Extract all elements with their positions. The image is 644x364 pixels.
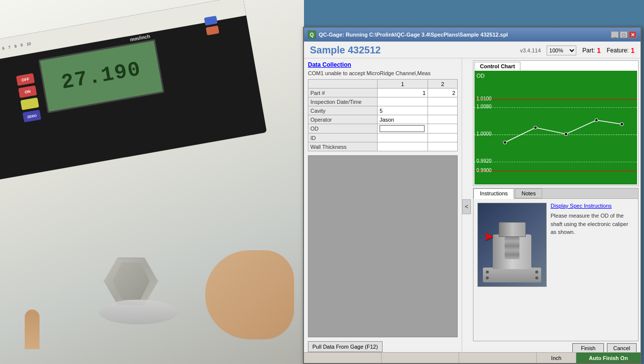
- operator-val1: Jason: [378, 115, 428, 124]
- red-arrow-icon: ➤: [484, 230, 493, 243]
- part-number: 1: [597, 46, 601, 54]
- cavity-val2: [428, 106, 458, 115]
- date-val2[interactable]: [428, 97, 458, 106]
- window-title: QC-Gage: Running C:\Prolink\QC-Gage 3.4\…: [319, 32, 508, 38]
- status-message: COM1 unable to accept MicroRidge Channel…: [308, 70, 458, 76]
- close-button[interactable]: ✕: [629, 31, 637, 38]
- operator-val2: [428, 115, 458, 124]
- chart-svg: [474, 71, 637, 184]
- control-chart-container: Control Chart OD 1.0100: [473, 60, 639, 186]
- date-val1[interactable]: [378, 97, 428, 106]
- status-seg3: [459, 353, 537, 363]
- title-bar: Q QC-Gage: Running C:\Prolink\QC-Gage 3.…: [304, 28, 641, 42]
- row-label: Part #: [308, 89, 378, 97]
- part-label: Part:: [582, 47, 595, 54]
- chart-area: OD 1.0100 1.0080 1.0000 0.9: [474, 71, 637, 184]
- unit-display: Inch: [537, 353, 576, 363]
- minimize-button[interactable]: _: [611, 31, 619, 38]
- wt-val1[interactable]: [378, 142, 428, 151]
- table-row: Part # 1 2: [308, 89, 458, 97]
- finish-button[interactable]: Finish: [572, 343, 603, 353]
- row-label: Wall Thickness: [308, 142, 378, 151]
- zoom-control: 100% 50% 75% 125% 150%: [547, 46, 576, 55]
- row-label: Inspection Date/Time: [308, 97, 378, 106]
- notes-tab[interactable]: Notes: [515, 188, 542, 198]
- status-seg1: [304, 353, 382, 363]
- svg-point-0: [504, 141, 507, 144]
- feature-number: 1: [631, 46, 635, 54]
- row-label: Operator: [308, 115, 378, 124]
- col1-header: 1: [378, 80, 428, 89]
- table-row: Operator Jason: [308, 115, 458, 124]
- part-num-val: 1: [378, 89, 428, 97]
- part-info: Part: 1: [582, 46, 601, 54]
- instruction-image: ➤: [477, 203, 547, 287]
- header-area: Sample 432512 v3.4.114 100% 50% 75% 125%…: [304, 42, 641, 58]
- main-window: Q QC-Gage: Running C:\Prolink\QC-Gage 3.…: [303, 27, 642, 364]
- version-text: v3.4.114: [520, 47, 541, 53]
- status-bar: Inch Auto Finish On: [304, 352, 641, 363]
- chart-tab-bar: Control Chart: [474, 62, 637, 71]
- svg-point-3: [595, 119, 598, 122]
- cavity-val1: 5: [378, 106, 428, 115]
- auto-finish-status: Auto Finish On: [576, 353, 641, 363]
- content-area: Data Collection COM1 unable to accept Mi…: [304, 58, 641, 355]
- maximize-button[interactable]: □: [620, 31, 628, 38]
- row-label: OD: [308, 124, 378, 134]
- part-num-val2: 2: [428, 89, 458, 97]
- od-val2[interactable]: [428, 124, 458, 134]
- id-val1[interactable]: [378, 134, 428, 142]
- instructions-tab[interactable]: Instructions: [473, 188, 514, 199]
- feature-info: Feature: 1: [607, 46, 635, 54]
- bottom-section: Instructions Notes: [473, 188, 639, 341]
- col-label-header: [308, 80, 378, 89]
- data-collection-header: Data Collection: [308, 61, 458, 68]
- od-input-cell[interactable]: [378, 124, 428, 134]
- data-table: 1 2 Part # 1 2 Inspection Date/Time: [308, 79, 458, 151]
- window-controls: _ □ ✕: [611, 31, 637, 38]
- od-input[interactable]: [380, 125, 425, 132]
- action-buttons: Finish Cancel: [473, 341, 639, 353]
- svg-point-2: [564, 133, 567, 136]
- table-row: ID: [308, 134, 458, 142]
- table-row: Inspection Date/Time: [308, 97, 458, 106]
- table-row: Cavity 5: [308, 106, 458, 115]
- control-chart-tab[interactable]: Control Chart: [474, 62, 520, 71]
- table-row: OD: [308, 124, 458, 134]
- display-spec-link[interactable]: Display Spec Instructions: [551, 203, 634, 209]
- instruction-text-area: Display Spec Instructions Please measure…: [551, 203, 634, 337]
- right-panel: Control Chart OD 1.0100: [471, 58, 641, 355]
- cancel-button[interactable]: Cancel: [607, 343, 637, 353]
- gray-data-area: [308, 155, 458, 337]
- table-row: Wall Thickness: [308, 142, 458, 151]
- zoom-select[interactable]: 100% 50% 75% 125% 150%: [547, 46, 576, 55]
- wt-val2[interactable]: [428, 142, 458, 151]
- row-label: ID: [308, 134, 378, 142]
- col2-header: 2: [428, 80, 458, 89]
- collapse-button[interactable]: <: [462, 199, 471, 214]
- title-text-group: Q QC-Gage: Running C:\Prolink\QC-Gage 3.…: [308, 31, 508, 39]
- id-val2[interactable]: [428, 134, 458, 142]
- svg-point-4: [620, 123, 623, 126]
- background-photo: 1 2 3 4 5 6 7 8 9 10 27.190 mm/inch OFF …: [0, 0, 304, 364]
- collapse-section: <: [462, 58, 471, 355]
- app-title: Sample 432512: [310, 45, 381, 56]
- feature-label: Feature:: [607, 47, 629, 54]
- tab-bar: Instructions Notes: [473, 188, 638, 199]
- instruction-text: Please measure the OD of the shaft using…: [551, 212, 634, 236]
- svg-point-1: [534, 126, 537, 129]
- status-seg2: [382, 353, 459, 363]
- pull-data-button[interactable]: Pull Data From Gage (F12): [308, 341, 383, 352]
- left-panel: Data Collection COM1 unable to accept Mi…: [304, 58, 462, 355]
- tab-content: ➤ Display Spec Instructions Please measu…: [473, 199, 638, 341]
- row-label: Cavity: [308, 106, 378, 115]
- app-icon: Q: [308, 31, 316, 39]
